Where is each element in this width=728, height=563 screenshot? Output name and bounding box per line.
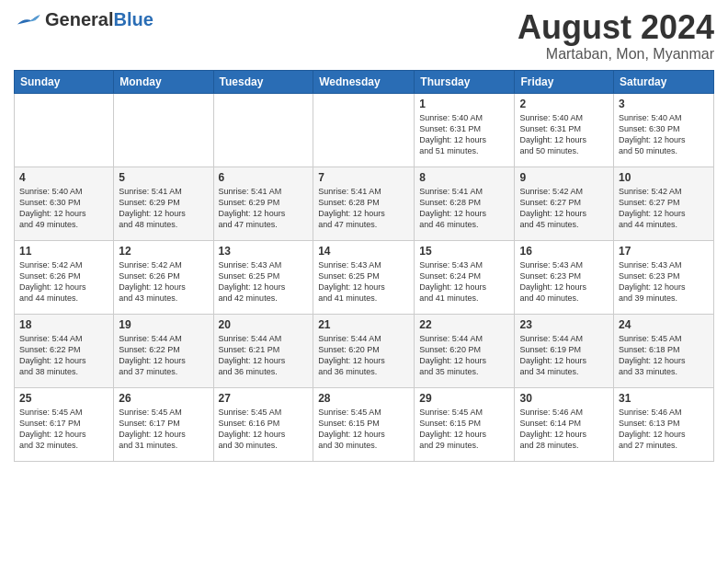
day-number: 8 xyxy=(419,171,509,184)
day-info: Sunrise: 5:46 AM Sunset: 6:14 PM Dayligh… xyxy=(519,407,609,452)
table-row: 7Sunrise: 5:41 AM Sunset: 6:28 PM Daylig… xyxy=(313,167,415,240)
table-row: 31Sunrise: 5:46 AM Sunset: 6:13 PM Dayli… xyxy=(614,387,714,461)
week-row-5: 25Sunrise: 5:45 AM Sunset: 6:17 PM Dayli… xyxy=(15,387,714,461)
table-row: 19Sunrise: 5:44 AM Sunset: 6:22 PM Dayli… xyxy=(114,314,213,387)
day-info: Sunrise: 5:40 AM Sunset: 6:30 PM Dayligh… xyxy=(619,112,709,157)
table-row xyxy=(213,93,313,167)
day-number: 26 xyxy=(119,392,208,405)
table-row: 11Sunrise: 5:42 AM Sunset: 6:26 PM Dayli… xyxy=(15,240,114,314)
day-info: Sunrise: 5:43 AM Sunset: 6:23 PM Dayligh… xyxy=(519,259,609,304)
calendar-table: Sunday Monday Tuesday Wednesday Thursday… xyxy=(14,70,714,462)
day-number: 14 xyxy=(318,245,409,258)
day-info: Sunrise: 5:42 AM Sunset: 6:26 PM Dayligh… xyxy=(19,259,108,304)
day-info: Sunrise: 5:43 AM Sunset: 6:23 PM Dayligh… xyxy=(619,259,709,304)
day-number: 21 xyxy=(318,318,409,331)
week-row-4: 18Sunrise: 5:44 AM Sunset: 6:22 PM Dayli… xyxy=(15,314,714,387)
day-number: 1 xyxy=(419,98,509,110)
table-row: 25Sunrise: 5:45 AM Sunset: 6:17 PM Dayli… xyxy=(15,387,114,461)
col-sunday: Sunday xyxy=(15,70,114,93)
table-row: 18Sunrise: 5:44 AM Sunset: 6:22 PM Dayli… xyxy=(15,314,114,387)
day-number: 27 xyxy=(219,392,309,405)
day-info: Sunrise: 5:40 AM Sunset: 6:31 PM Dayligh… xyxy=(419,112,509,157)
table-row: 24Sunrise: 5:45 AM Sunset: 6:18 PM Dayli… xyxy=(614,314,714,387)
col-tuesday: Tuesday xyxy=(213,70,313,93)
day-info: Sunrise: 5:41 AM Sunset: 6:28 PM Dayligh… xyxy=(419,186,509,231)
day-number: 18 xyxy=(19,318,108,331)
day-info: Sunrise: 5:44 AM Sunset: 6:19 PM Dayligh… xyxy=(519,333,609,378)
day-info: Sunrise: 5:42 AM Sunset: 6:27 PM Dayligh… xyxy=(519,186,609,231)
calendar-header-row: Sunday Monday Tuesday Wednesday Thursday… xyxy=(15,70,714,93)
table-row: 21Sunrise: 5:44 AM Sunset: 6:20 PM Dayli… xyxy=(313,314,415,387)
table-row: 12Sunrise: 5:42 AM Sunset: 6:26 PM Dayli… xyxy=(114,240,213,314)
day-number: 2 xyxy=(519,98,609,110)
day-number: 9 xyxy=(519,171,609,184)
table-row: 13Sunrise: 5:43 AM Sunset: 6:25 PM Dayli… xyxy=(213,240,313,314)
day-number: 12 xyxy=(119,245,208,258)
logo: GeneralBlue xyxy=(14,9,154,30)
header: GeneralBlue August 2024 Martaban, Mon, M… xyxy=(14,9,714,63)
title-block: August 2024 Martaban, Mon, Myanmar xyxy=(518,9,714,63)
day-info: Sunrise: 5:40 AM Sunset: 6:30 PM Dayligh… xyxy=(19,186,108,231)
table-row: 8Sunrise: 5:41 AM Sunset: 6:28 PM Daylig… xyxy=(415,167,515,240)
table-row: 28Sunrise: 5:45 AM Sunset: 6:15 PM Dayli… xyxy=(313,387,415,461)
day-number: 19 xyxy=(119,318,208,331)
day-info: Sunrise: 5:41 AM Sunset: 6:29 PM Dayligh… xyxy=(119,186,208,231)
day-info: Sunrise: 5:41 AM Sunset: 6:29 PM Dayligh… xyxy=(219,186,309,231)
day-number: 11 xyxy=(19,245,108,258)
day-number: 16 xyxy=(519,245,609,258)
day-number: 5 xyxy=(119,171,208,184)
logo-text: GeneralBlue xyxy=(45,9,154,30)
table-row: 6Sunrise: 5:41 AM Sunset: 6:29 PM Daylig… xyxy=(213,167,313,240)
day-info: Sunrise: 5:45 AM Sunset: 6:18 PM Dayligh… xyxy=(619,333,709,378)
day-number: 20 xyxy=(219,318,309,331)
day-info: Sunrise: 5:44 AM Sunset: 6:22 PM Dayligh… xyxy=(119,333,208,378)
day-info: Sunrise: 5:42 AM Sunset: 6:26 PM Dayligh… xyxy=(119,259,208,304)
day-number: 4 xyxy=(19,171,108,184)
table-row: 10Sunrise: 5:42 AM Sunset: 6:27 PM Dayli… xyxy=(614,167,714,240)
table-row: 17Sunrise: 5:43 AM Sunset: 6:23 PM Dayli… xyxy=(614,240,714,314)
table-row: 2Sunrise: 5:40 AM Sunset: 6:31 PM Daylig… xyxy=(515,93,614,167)
table-row: 22Sunrise: 5:44 AM Sunset: 6:20 PM Dayli… xyxy=(415,314,515,387)
day-info: Sunrise: 5:45 AM Sunset: 6:15 PM Dayligh… xyxy=(318,407,409,452)
day-number: 13 xyxy=(219,245,309,258)
day-info: Sunrise: 5:45 AM Sunset: 6:17 PM Dayligh… xyxy=(19,407,108,452)
day-number: 10 xyxy=(619,171,709,184)
day-info: Sunrise: 5:43 AM Sunset: 6:25 PM Dayligh… xyxy=(318,259,409,304)
day-info: Sunrise: 5:45 AM Sunset: 6:15 PM Dayligh… xyxy=(419,407,509,452)
day-number: 25 xyxy=(19,392,108,405)
day-info: Sunrise: 5:45 AM Sunset: 6:17 PM Dayligh… xyxy=(119,407,208,452)
day-number: 3 xyxy=(619,98,709,110)
table-row: 20Sunrise: 5:44 AM Sunset: 6:21 PM Dayli… xyxy=(213,314,313,387)
day-info: Sunrise: 5:44 AM Sunset: 6:20 PM Dayligh… xyxy=(318,333,409,378)
col-saturday: Saturday xyxy=(614,70,714,93)
day-info: Sunrise: 5:45 AM Sunset: 6:16 PM Dayligh… xyxy=(219,407,309,452)
table-row: 15Sunrise: 5:43 AM Sunset: 6:24 PM Dayli… xyxy=(415,240,515,314)
week-row-2: 4Sunrise: 5:40 AM Sunset: 6:30 PM Daylig… xyxy=(15,167,714,240)
day-info: Sunrise: 5:44 AM Sunset: 6:21 PM Dayligh… xyxy=(219,333,309,378)
day-number: 28 xyxy=(318,392,409,405)
day-number: 15 xyxy=(419,245,509,258)
day-number: 17 xyxy=(619,245,709,258)
day-info: Sunrise: 5:44 AM Sunset: 6:22 PM Dayligh… xyxy=(19,333,108,378)
day-number: 29 xyxy=(419,392,509,405)
table-row: 14Sunrise: 5:43 AM Sunset: 6:25 PM Dayli… xyxy=(313,240,415,314)
table-row: 4Sunrise: 5:40 AM Sunset: 6:30 PM Daylig… xyxy=(15,167,114,240)
day-number: 22 xyxy=(419,318,509,331)
table-row: 26Sunrise: 5:45 AM Sunset: 6:17 PM Dayli… xyxy=(114,387,213,461)
day-info: Sunrise: 5:43 AM Sunset: 6:25 PM Dayligh… xyxy=(219,259,309,304)
col-wednesday: Wednesday xyxy=(313,70,415,93)
table-row: 1Sunrise: 5:40 AM Sunset: 6:31 PM Daylig… xyxy=(415,93,515,167)
table-row xyxy=(313,93,415,167)
table-row xyxy=(15,93,114,167)
day-info: Sunrise: 5:40 AM Sunset: 6:31 PM Dayligh… xyxy=(519,112,609,157)
day-number: 24 xyxy=(619,318,709,331)
week-row-1: 1Sunrise: 5:40 AM Sunset: 6:31 PM Daylig… xyxy=(15,93,714,167)
table-row: 5Sunrise: 5:41 AM Sunset: 6:29 PM Daylig… xyxy=(114,167,213,240)
main-title: August 2024 xyxy=(518,9,714,46)
table-row xyxy=(114,93,213,167)
page: GeneralBlue August 2024 Martaban, Mon, M… xyxy=(0,0,728,563)
day-info: Sunrise: 5:44 AM Sunset: 6:20 PM Dayligh… xyxy=(419,333,509,378)
day-info: Sunrise: 5:43 AM Sunset: 6:24 PM Dayligh… xyxy=(419,259,509,304)
logo-icon xyxy=(14,12,41,29)
table-row: 9Sunrise: 5:42 AM Sunset: 6:27 PM Daylig… xyxy=(515,167,614,240)
